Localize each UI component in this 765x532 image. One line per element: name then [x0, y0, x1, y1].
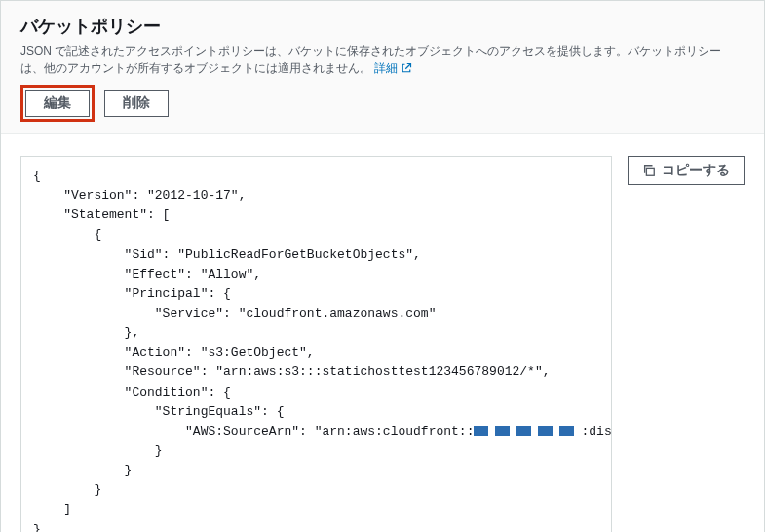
- policy-json-viewer[interactable]: { "Version": "2012-10-17", "Statement": …: [20, 156, 612, 532]
- panel-title: バケットポリシー: [20, 15, 745, 38]
- code-line: "Service": "cloudfront.amazonaws.com": [33, 306, 436, 321]
- code-line: "Action": "s3:GetObject",: [33, 345, 315, 360]
- panel-description: JSON で記述されたアクセスポイントポリシーは、バケットに保存されたオブジェク…: [20, 42, 745, 77]
- code-line: },: [33, 325, 139, 340]
- code-line: {: [33, 227, 101, 242]
- external-link-icon: [401, 62, 412, 74]
- code-line: "Sid": "PublicReadForGetBucketObjects",: [33, 247, 421, 262]
- panel-content: { "Version": "2012-10-17", "Statement": …: [1, 134, 764, 532]
- code-line: "Principal": {: [33, 286, 231, 301]
- edit-highlight: 編集: [20, 85, 95, 122]
- description-text: JSON で記述されたアクセスポイントポリシーは、バケットに保存されたオブジェク…: [20, 44, 721, 75]
- code-line: "AWS:SourceArn": "arn:aws:cloudfront::: [33, 424, 474, 438]
- bucket-policy-panel: バケットポリシー JSON で記述されたアクセスポイントポリシーは、バケットに保…: [0, 0, 765, 532]
- action-button-row: 編集 削除: [20, 85, 745, 122]
- code-line: "Statement": [: [33, 208, 170, 222]
- code-line: ]: [33, 502, 71, 516]
- code-line: "Resource": "arn:aws:s3:::statichosttest…: [33, 364, 551, 379]
- code-line: {: [33, 169, 41, 183]
- copy-button-label: コピーする: [662, 162, 730, 179]
- learn-more-text: 詳細: [374, 59, 398, 77]
- panel-header: バケットポリシー JSON で記述されたアクセスポイントポリシーは、バケットに保…: [1, 1, 764, 134]
- code-line: "Version": "2012-10-17",: [33, 188, 246, 203]
- redacted-account-id: [474, 426, 581, 436]
- code-line: }: [33, 463, 132, 477]
- code-line: "Condition": {: [33, 385, 231, 399]
- edit-button[interactable]: 編集: [25, 90, 90, 117]
- code-line: }: [33, 443, 163, 458]
- delete-button[interactable]: 削除: [104, 90, 169, 117]
- svg-rect-0: [646, 168, 654, 175]
- copy-button[interactable]: コピーする: [628, 156, 745, 185]
- code-line: }: [33, 482, 101, 497]
- code-line: :distribution/E21QDDD3MR858B": [581, 424, 612, 438]
- code-line: }: [33, 522, 41, 532]
- code-line: "StringEquals": {: [33, 404, 284, 419]
- code-line: "Effect": "Allow",: [33, 267, 261, 282]
- copy-icon: [642, 164, 656, 177]
- learn-more-link[interactable]: 詳細: [374, 59, 412, 77]
